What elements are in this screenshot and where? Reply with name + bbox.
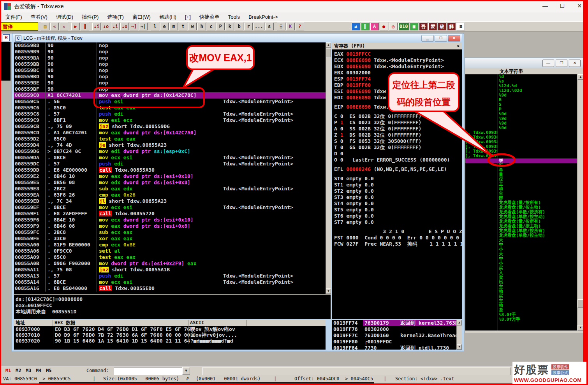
stack-row[interactable]: 0019FF80┌0019FFDC: [332, 339, 456, 345]
letter-m-button[interactable]: m: [169, 23, 178, 30]
flag-row[interactable]: O 0 LastErr ERROR_SUCCESS (00000000): [332, 157, 462, 163]
menu-item[interactable]: 调试(D): [56, 14, 73, 21]
letter-c-button[interactable]: c: [207, 23, 215, 30]
disasm-row[interactable]: 008559DA. 8BCEmov ecx,esiTdxw.<ModuleEnt…: [14, 155, 326, 161]
disasm-row[interactable]: 008559C8. 57push ediTdxw.<ModuleEntryPoi…: [14, 111, 326, 117]
k-window-icon[interactable]: K: [286, 23, 295, 30]
disasm-row[interactable]: 008559E8. 2BC2sub eax,edxTdxw.<ModuleEnt…: [14, 186, 326, 192]
disasm-row[interactable]: 008559BD90nop: [14, 74, 326, 80]
letter-w-button[interactable]: w: [188, 23, 197, 30]
letter-k-button[interactable]: k: [225, 23, 234, 30]
cpu-minimize-button[interactable]: ▁: [421, 35, 434, 42]
stack-row[interactable]: 0019FF74763D0179返回到 kernel32.763D: [332, 320, 456, 326]
register-row[interactable]: ECX 008E6898 Tdxw.<ModuleEntryPoint>: [332, 57, 462, 63]
flag-row[interactable]: D 0: [332, 151, 462, 157]
trace-into-icon[interactable]: ⇣i: [111, 23, 120, 30]
disasm-row[interactable]: 008559F9. 8B46 08mov eax,dword ptr ds:[e…: [14, 223, 326, 229]
swap-icon[interactable]: ⇄: [352, 23, 360, 30]
disasm-row[interactable]: 008559BC90nop: [14, 67, 326, 74]
disasm-row[interactable]: 00855A00. 81F9 BE00000cmp ecx,0xBE: [14, 242, 326, 248]
green-window-icon[interactable]: ▣: [410, 23, 418, 30]
menu-item[interactable]: 查看(V): [31, 14, 48, 21]
disasm-row[interactable]: 008559E2. 8B46 10mov eax,dword ptr ds:[e…: [14, 173, 326, 179]
disasm-row[interactable]: 008559CB., 75 09jnz short Tdxw.008559D6: [14, 123, 326, 130]
maximize-button[interactable]: ☐: [554, 0, 571, 12]
memory-tab-M2[interactable]: M2: [16, 368, 21, 373]
disasm-row[interactable]: 008559E5. 8B56 08mov edx,dword ptr ds:[e…: [14, 179, 326, 186]
menu-item[interactable]: 选项(T): [107, 14, 124, 21]
minimize-button[interactable]: —: [537, 0, 554, 12]
ai-icon[interactable]: 爱: [428, 23, 437, 30]
disasm-row[interactable]: 008559F6. 8B4E 10mov ecx,dword ptr ds:[e…: [14, 217, 326, 223]
disasm-row[interactable]: 008559BB90nop: [14, 61, 326, 67]
flag-row[interactable]: C 0 ES 002B 32位 0(FFFFFFFF): [332, 113, 462, 120]
strings-row[interactable]: %8.0f万手: [499, 317, 520, 322]
record-icon[interactable]: ●: [380, 23, 388, 30]
strings-row-fragment[interactable]: ], Tdxw.00938DD,: [465, 135, 497, 140]
letter-P-button[interactable]: P: [216, 23, 225, 30]
help-icon[interactable]: ?: [296, 23, 304, 30]
flag-row[interactable]: T 0 GS 002B 32位 0(FFFFFFFF): [332, 144, 462, 151]
memory-tab-M3[interactable]: M3: [26, 368, 31, 373]
strings-row[interactable]: 饼: [465, 158, 577, 163]
until-return-icon[interactable]: →]: [130, 23, 138, 30]
restart-icon[interactable]: «: [50, 23, 59, 30]
disasm-row[interactable]: 00855A09. 85C0test eax,eax: [14, 254, 326, 260]
letter-b-button[interactable]: b: [235, 23, 243, 30]
memory-tab-M5[interactable]: M5: [46, 368, 51, 373]
menu-item[interactable]: 文件(F): [5, 14, 22, 21]
close-process-icon[interactable]: ✕: [60, 23, 68, 30]
strings-row[interactable]: 龙虎看盘(单数/按主动): [499, 233, 545, 238]
menu-item[interactable]: 快捷菜单: [199, 14, 220, 21]
hex-dump-pane[interactable]: 地址 HEX 数据 ASCII 00937000E0 D3 6F 7620 D4…: [14, 320, 326, 350]
disasm-row[interactable]: 00855A11., 75 08jnz short Tdxw.00855A1B: [14, 267, 326, 273]
trace-over-icon[interactable]: ⇣o: [120, 23, 129, 30]
disasm-row[interactable]: 008559FC. 2BC8sub ecx,eax: [14, 229, 326, 236]
letter-s-button[interactable]: s: [265, 23, 274, 30]
disasm-row[interactable]: 00855A0B. 8986 F902000mov dword ptr ds:[…: [14, 260, 326, 267]
cpu-restore-button[interactable]: ❐: [435, 35, 447, 42]
disasm-row[interactable]: 00855A14. 8BCEmov ecx,esiTdxw.<ModuleEnt…: [14, 279, 326, 285]
cpu-close-button[interactable]: ✕: [448, 35, 460, 42]
binary-010-icon[interactable]: 010: [398, 23, 409, 30]
step-into-icon[interactable]: ↓i: [92, 23, 101, 30]
memory-tab-M4[interactable]: M4: [36, 368, 41, 373]
disasm-row[interactable]: 008559B890nop: [14, 42, 326, 49]
st-register-row[interactable]: ST4 empty 0.0: [332, 200, 462, 207]
disasm-row[interactable]: 008559BE90nop: [14, 80, 326, 86]
menu-item[interactable]: BreakPoint->: [248, 14, 278, 20]
strings-row[interactable]: %9d: [499, 126, 507, 130]
disasm-row[interactable]: 008559D2. 85C0test eax,eax: [14, 136, 326, 142]
assembler-icon[interactable]: A: [370, 23, 379, 30]
flag-row[interactable]: S 0 FS 0053 32位 305000(FFF): [332, 138, 462, 144]
st-register-row[interactable]: ST3 empty 0.0: [332, 194, 462, 200]
target-icon[interactable]: ◎: [389, 23, 398, 30]
stack-row[interactable]: 0019FF7C763D0160kernel32.BaseThreadI: [332, 332, 456, 339]
stack-row[interactable]: 0019FF7800302000: [332, 326, 456, 332]
menu-item[interactable]: [+]: [185, 14, 191, 20]
pause-plugin-icon[interactable]: ‖: [361, 23, 370, 30]
disasm-row[interactable]: 00855A06. 0F9CC0setl al: [14, 248, 326, 254]
disasm-scrollbar[interactable]: ▲ ▼: [326, 42, 331, 294]
flag-row[interactable]: A 0 SS 002B 32位 0(FFFFFFFF): [332, 126, 462, 132]
command-input[interactable]: [114, 367, 183, 375]
disasm-row[interactable]: 008559EA. 83F8 26cmp eax,0x26: [14, 192, 326, 198]
strings-minimize-button[interactable]: —: [542, 60, 554, 67]
register-row[interactable]: EAX 0019FFCC: [332, 51, 462, 57]
dump-row[interactable]: 00937000E0 D3 6F 7620 D4 6F 76D0 D1 6F 7…: [14, 326, 326, 332]
strings-maximize-button[interactable]: ❐: [556, 60, 567, 67]
letter-t-button[interactable]: t: [179, 23, 187, 30]
breakpoint-list-icon[interactable]: ≣: [277, 23, 285, 30]
command-dropdown-icon[interactable]: ▼: [182, 367, 190, 375]
cpu-titlebar[interactable]: C LCG - m主线程, 模块 - Tdxw ▁ ❐ ✕: [13, 34, 462, 42]
flag-row[interactable]: Z 1 DS 002B 32位 0(FFFFFFFF): [332, 132, 462, 138]
st-register-row[interactable]: ST6 empty 0.0: [332, 213, 462, 219]
register-row[interactable]: EDX 008E6898 Tdxw.<ModuleEntryPoint>: [332, 63, 462, 70]
strings-row-fragment[interactable]: ], Tdxw.00938CD,: [465, 130, 497, 135]
disasm-row[interactable]: 008559DD. E8 4E000000call Tdxw.00855A30: [14, 167, 326, 173]
st-register-row[interactable]: ST5 empty 0.0: [332, 207, 462, 213]
menu-item[interactable]: 窗口(W): [132, 14, 151, 21]
disasm-row[interactable]: 008559D6> 8B7C24 0Cmov edi,dword ptr ss:…: [14, 148, 326, 155]
st-register-row[interactable]: ST0 empty 0.0: [332, 176, 462, 182]
flag-row[interactable]: P 1 CS 0023 32位 0(FFFFFFFF): [332, 120, 462, 126]
